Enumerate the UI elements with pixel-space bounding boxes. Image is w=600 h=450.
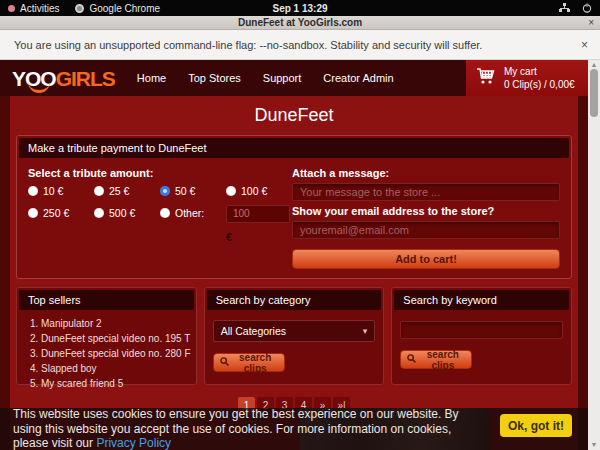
search-category-header: Search by category — [207, 290, 382, 310]
radio-icon[interactable] — [28, 208, 38, 218]
logo-text-right: GIRLS — [56, 67, 115, 90]
window-title: DuneFeet at YooGirls.com — [238, 17, 362, 28]
search-icon — [407, 354, 416, 365]
radio-icon[interactable] — [160, 208, 170, 218]
scrollbar-thumb[interactable] — [590, 69, 598, 117]
top-sellers-header: Top sellers — [19, 290, 194, 310]
window-title-bar[interactable]: DuneFeet at YooGirls.com × — [0, 16, 600, 30]
message-input[interactable] — [292, 183, 560, 201]
cart-icon — [476, 67, 496, 89]
message-label: Attach a message: — [292, 167, 560, 179]
radio-icon[interactable] — [28, 186, 38, 196]
tribute-panel: Make a tribute payment to DuneFeet Selec… — [16, 135, 572, 279]
email-label: Show your email address to the store? — [292, 205, 560, 217]
top-seller-item[interactable]: My scared friend 5 — [41, 376, 196, 391]
infobar-close-icon[interactable]: × — [581, 38, 588, 52]
amount-option-10[interactable]: 10 € — [28, 185, 94, 197]
top-seller-item[interactable]: DuneFeet special video no. 195 T — [41, 331, 196, 346]
cookie-message: This website uses cookies to ensure you … — [13, 407, 475, 450]
amount-option-50[interactable]: 50 € — [160, 185, 226, 197]
radio-icon[interactable] — [226, 186, 236, 196]
chrome-infobar: You are using an unsupported command-lin… — [0, 30, 600, 60]
top-sellers-list: Manipulator 2 DuneFeet special video no.… — [17, 316, 196, 391]
window-close-icon[interactable]: × — [588, 16, 594, 30]
nav-item-home[interactable]: Home — [137, 72, 166, 84]
search-clips-keyword-button[interactable]: search clips — [400, 350, 472, 369]
radio-icon[interactable] — [94, 186, 104, 196]
page-content: DuneFeet Make a tribute payment to DuneF… — [10, 96, 578, 450]
nav-item-support[interactable]: Support — [263, 72, 302, 84]
cookie-consent-banner: This website uses cookies to ensure you … — [0, 408, 588, 450]
add-to-cart-button[interactable]: Add to cart! — [292, 249, 560, 269]
site-logo[interactable]: YOOGIRLS — [12, 68, 115, 89]
power-icon[interactable] — [582, 3, 592, 13]
search-category-panel: Search by category All Categories ▾ sear… — [204, 287, 385, 385]
desktop-screen: Activities Google Chrome Sep 1 13:29 Dun… — [0, 0, 600, 450]
scroll-up-icon[interactable]: ▲ — [588, 61, 600, 69]
logo-smile-icon — [28, 81, 50, 93]
main-nav: Home Top Stores Support Creator Admin — [137, 72, 394, 84]
network-icon[interactable] — [559, 3, 570, 13]
scroll-down-icon[interactable]: ▼ — [588, 441, 600, 449]
infobar-message: You are using an unsupported command-lin… — [0, 39, 482, 51]
site-header: YOOGIRLS Home Top Stores Support Creator… — [0, 60, 588, 96]
keyword-input[interactable] — [400, 321, 563, 339]
cart-label: My cart — [504, 65, 575, 78]
email-input[interactable] — [292, 221, 560, 239]
cookie-accept-button[interactable]: Ok, got it! — [500, 414, 572, 437]
tribute-panel-header: Make a tribute payment to DuneFeet — [19, 138, 569, 158]
amount-option-25[interactable]: 25 € — [94, 185, 160, 197]
my-cart-button[interactable]: My cart 0 Clip(s) / 0,00€ — [466, 60, 588, 96]
clock[interactable]: Sep 1 13:29 — [0, 3, 600, 14]
search-keyword-panel: Search by keyword search clips — [391, 287, 572, 385]
top-seller-item[interactable]: DuneFeet special video no. 280 F — [41, 346, 196, 361]
search-clips-category-button[interactable]: search clips — [213, 353, 285, 372]
nav-item-top-stores[interactable]: Top Stores — [188, 72, 241, 84]
top-sellers-panel: Top sellers Manipulator 2 DuneFeet speci… — [16, 287, 197, 385]
category-selected-option: All Categories — [221, 325, 286, 337]
search-keyword-header: Search by keyword — [394, 290, 569, 310]
amount-option-other[interactable]: Other: — [160, 207, 226, 219]
category-select[interactable]: All Categories ▾ — [213, 320, 376, 342]
amount-option-250[interactable]: 250 € — [28, 207, 94, 219]
gnome-top-bar: Activities Google Chrome Sep 1 13:29 — [0, 0, 600, 16]
amount-label: Select a tribute amount: — [28, 167, 292, 179]
radio-icon[interactable] — [160, 186, 170, 196]
amount-option-500[interactable]: 500 € — [94, 207, 160, 219]
top-seller-item[interactable]: Slapped boy — [41, 361, 196, 376]
privacy-policy-link[interactable]: Privacy Policy — [96, 436, 171, 450]
page-scrollbar[interactable]: ▲ ▼ — [588, 60, 600, 450]
other-amount-input[interactable] — [226, 205, 290, 223]
nav-item-creator-admin[interactable]: Creator Admin — [323, 72, 393, 84]
amount-options: 10 € 25 € 50 € 100 € 250 € 500 € Other: … — [28, 185, 292, 243]
amount-option-100[interactable]: 100 € — [226, 185, 292, 197]
currency-symbol: € — [226, 231, 292, 243]
top-seller-item[interactable]: Manipulator 2 — [41, 316, 196, 331]
search-icon — [220, 357, 229, 368]
page-title: DuneFeet — [14, 105, 574, 126]
radio-icon[interactable] — [94, 208, 104, 218]
browser-viewport: YOOGIRLS Home Top Stores Support Creator… — [0, 60, 588, 450]
chevron-down-icon: ▾ — [363, 326, 368, 336]
cart-summary: 0 Clip(s) / 0,00€ — [504, 78, 575, 91]
